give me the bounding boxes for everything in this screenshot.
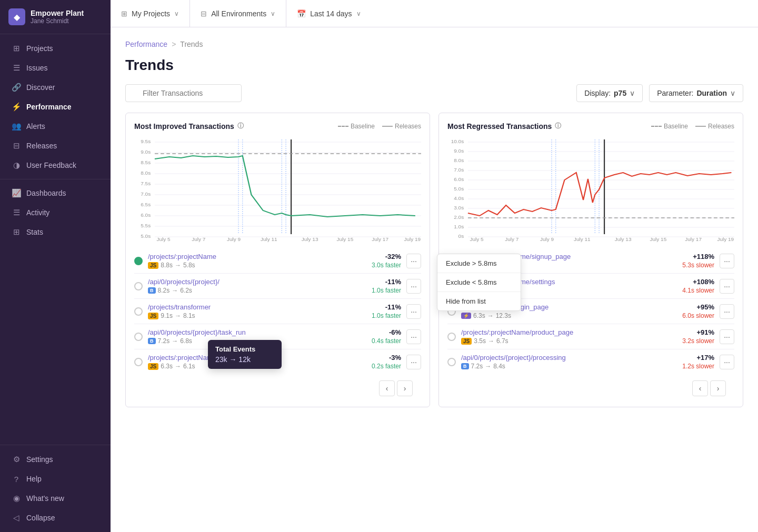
- tx-menu-button[interactable]: ···: [720, 254, 734, 268]
- tx-menu-button[interactable]: ···: [720, 279, 734, 294]
- tx-name[interactable]: /api/0/projects/{project}/task_run: [148, 328, 366, 336]
- svg-text:8.5s: 8.5s: [141, 159, 151, 165]
- baseline-label: Baseline: [664, 123, 688, 130]
- tx-menu-button[interactable]: ···: [406, 254, 421, 268]
- tx-arrow-icon: →: [172, 337, 178, 345]
- env-selector[interactable]: ⊟ All Environments ∨: [190, 0, 286, 27]
- breadcrumb-current: Trends: [180, 40, 203, 48]
- topbar: ⊞ My Projects ∨ ⊟ All Environments ∨ 📅 L…: [111, 0, 758, 27]
- tx-menu-button[interactable]: ···: [406, 329, 421, 344]
- tx-right: +118% 5.3s slower: [682, 253, 714, 269]
- next-page-button[interactable]: ›: [397, 380, 413, 396]
- sidebar-item-label: Dashboards: [26, 189, 66, 197]
- svg-text:July 11: July 11: [574, 236, 591, 242]
- context-menu-item-exclude-gt[interactable]: Exclude > 5.8ms: [437, 254, 521, 273]
- regressed-help-icon[interactable]: ⓘ: [555, 122, 561, 131]
- prev-page-button[interactable]: ‹: [692, 380, 708, 396]
- baseline-line-icon: [338, 126, 348, 127]
- tx-select-checkbox[interactable]: [134, 282, 143, 290]
- tx-select-checkbox[interactable]: [447, 358, 456, 366]
- tx-from: 9.1s: [161, 312, 173, 319]
- parameter-dropdown[interactable]: Parameter: Duration ∨: [649, 84, 743, 102]
- svg-text:July 19: July 19: [717, 236, 734, 242]
- brand-header[interactable]: ◆ Empower Plant Jane Schmidt: [0, 0, 111, 34]
- releases-label: Releases: [708, 123, 734, 130]
- tx-name[interactable]: /projects/transformer: [148, 303, 366, 311]
- activity-icon: ☰: [12, 208, 21, 217]
- tx-arrow-icon: →: [485, 363, 491, 370]
- svg-text:7.0s: 7.0s: [141, 191, 151, 196]
- brand-user: Jane Schmidt: [31, 17, 84, 25]
- next-page-button[interactable]: ›: [710, 380, 726, 396]
- tx-menu-button[interactable]: ···: [720, 329, 734, 344]
- sidebar-item-releases[interactable]: ⊟ Releases: [3, 136, 107, 155]
- svg-text:July 9: July 9: [227, 236, 241, 242]
- tx-change: +108%: [688, 278, 714, 286]
- svg-text:4.0s: 4.0s: [454, 195, 464, 200]
- sidebar-item-stats[interactable]: ⊞ Stats: [3, 223, 107, 242]
- sidebar-item-settings[interactable]: ⚙ Settings: [3, 450, 107, 469]
- baseline-line-icon: [651, 126, 662, 127]
- project-label: My Projects: [132, 9, 170, 18]
- sidebar-item-performance[interactable]: ⚡ Performance: [3, 97, 107, 116]
- tx-select-checkbox[interactable]: [134, 358, 143, 366]
- tx-select-checkbox[interactable]: [447, 333, 456, 341]
- improved-chart-legend: Baseline Releases: [338, 123, 421, 130]
- tx-menu-button[interactable]: ···: [406, 304, 421, 319]
- tx-timing: ⚡ 6.3s → 12.3s: [461, 312, 677, 319]
- sidebar-item-issues[interactable]: ☰ Issues: [3, 58, 107, 77]
- performance-icon: ⚡: [12, 102, 21, 112]
- sidebar-item-label: Help: [26, 475, 42, 483]
- tx-menu-button[interactable]: ···: [406, 279, 421, 294]
- sidebar-item-dashboards[interactable]: 📈 Dashboards: [3, 184, 107, 203]
- date-selector[interactable]: 📅 Last 14 days ∨: [286, 0, 371, 27]
- svg-text:July 17: July 17: [685, 236, 702, 242]
- table-row: /projects/transformer JS 9.1s → 8.1s -11…: [134, 299, 421, 324]
- sidebar-item-label: Projects: [26, 44, 53, 53]
- display-dropdown[interactable]: Display: p75 ∨: [576, 84, 643, 102]
- sidebar-item-label: Stats: [26, 228, 43, 236]
- search-wrapper: 🔍: [125, 84, 570, 102]
- sidebar-item-whats-new[interactable]: ◉ What's new: [3, 489, 107, 508]
- platform-badge: JS: [148, 313, 158, 319]
- tx-menu-button[interactable]: ···: [720, 355, 734, 369]
- tx-name[interactable]: /api/0/projects/{project}/: [148, 278, 366, 286]
- releases-line-icon: [695, 126, 706, 127]
- search-input[interactable]: [125, 84, 242, 102]
- tx-menu-button[interactable]: ···: [406, 355, 421, 369]
- svg-text:July 5: July 5: [157, 236, 171, 242]
- sidebar-bottom: ⚙ Settings ? Help ◉ What's new ◁ Collaps…: [0, 445, 111, 532]
- prev-page-button[interactable]: ‹: [379, 380, 395, 396]
- context-menu-item-hide[interactable]: Hide from list: [437, 292, 521, 310]
- releases-line-icon: [382, 126, 393, 127]
- project-selector[interactable]: ⊞ My Projects ∨: [111, 0, 190, 27]
- tx-select-checkbox[interactable]: [134, 333, 143, 341]
- svg-text:7.5s: 7.5s: [141, 180, 151, 186]
- sidebar-item-user-feedback[interactable]: ◑ User Feedback: [3, 156, 107, 175]
- tx-arrow-icon: →: [175, 262, 181, 269]
- sidebar-item-collapse[interactable]: ◁ Collapse: [3, 508, 107, 527]
- tx-menu-button[interactable]: ···: [720, 304, 734, 319]
- env-chevron-icon: ∨: [271, 10, 275, 17]
- tx-name[interactable]: /projects/:projectName/product_page: [461, 328, 677, 336]
- sidebar-item-discover[interactable]: 🔗 Discover: [3, 78, 107, 97]
- svg-text:July 7: July 7: [505, 236, 518, 242]
- sidebar-item-projects[interactable]: ⊞ Projects: [3, 39, 107, 58]
- breadcrumb-parent[interactable]: Performance: [125, 40, 167, 48]
- tx-change: -11%: [375, 278, 401, 286]
- improved-help-icon[interactable]: ⓘ: [237, 122, 244, 131]
- context-menu-item-exclude-lt[interactable]: Exclude < 5.8ms: [437, 273, 521, 292]
- sidebar-item-activity[interactable]: ☰ Activity: [3, 203, 107, 222]
- tx-select-checkbox[interactable]: [134, 257, 143, 265]
- tx-diff: 1.0s faster: [372, 287, 401, 294]
- tx-name[interactable]: /projects/:projectName: [148, 253, 366, 260]
- sidebar-item-help[interactable]: ? Help: [3, 469, 107, 488]
- improved-pagination: ‹ ›: [134, 374, 421, 398]
- svg-text:July 15: July 15: [650, 236, 667, 242]
- tx-name[interactable]: /api/0/projects/{project}/processing: [461, 354, 677, 362]
- svg-text:9.0s: 9.0s: [454, 148, 464, 153]
- sidebar-item-alerts[interactable]: 👥 Alerts: [3, 117, 107, 136]
- tx-select-checkbox[interactable]: [134, 307, 143, 316]
- tx-from: 8.2s: [158, 287, 170, 294]
- tx-arrow-icon: →: [172, 287, 178, 294]
